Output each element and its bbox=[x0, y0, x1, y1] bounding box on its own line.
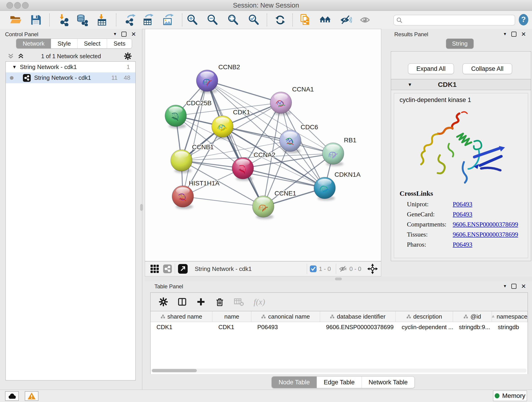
column-header-canonical-name[interactable]: canonical name bbox=[251, 311, 320, 322]
export-image-button[interactable] bbox=[161, 13, 176, 27]
tab-network[interactable]: Network bbox=[16, 39, 51, 48]
tab-style[interactable]: Style bbox=[51, 39, 77, 48]
apply-layout-button[interactable] bbox=[273, 13, 287, 27]
column-header-namespace[interactable]: namespace bbox=[492, 311, 528, 322]
crosslink-label: Tissues: bbox=[407, 231, 453, 238]
function-builder-button[interactable]: f(x) bbox=[254, 297, 265, 307]
column-header-description[interactable]: description bbox=[396, 311, 453, 322]
selected-checkbox[interactable] bbox=[310, 265, 317, 272]
table-settings-button[interactable] bbox=[159, 297, 168, 306]
grid-view-button[interactable] bbox=[150, 264, 159, 274]
network-edge[interactable] bbox=[207, 81, 263, 206]
column-header--id[interactable]: @id bbox=[453, 311, 492, 322]
network-graph[interactable]: CCNB2CCNA1CDC25BCDK1CDC6RB1CCNB1CCNA2CDK… bbox=[145, 29, 381, 261]
crosslink-row: Tissues:9606.ENSP00000378699 bbox=[407, 230, 524, 240]
string-query-button[interactable] bbox=[318, 13, 332, 27]
tab-sets[interactable]: Sets bbox=[107, 39, 132, 48]
control-panel-float-icon[interactable] bbox=[121, 32, 127, 37]
tab-string[interactable]: String bbox=[446, 38, 474, 49]
left-splitter-handle[interactable] bbox=[140, 204, 143, 211]
tab-edge-table[interactable]: Edge Table bbox=[317, 376, 362, 388]
export-network-button[interactable] bbox=[124, 13, 138, 27]
zoom-fit-button[interactable] bbox=[226, 13, 240, 27]
show-graphics-details-button[interactable] bbox=[339, 13, 353, 27]
collection-expander-icon[interactable]: ▼ bbox=[12, 64, 17, 70]
open-session-button[interactable] bbox=[8, 13, 22, 27]
results-panel-close-icon[interactable]: ✕ bbox=[521, 32, 526, 36]
crosslink-link[interactable]: P06493 bbox=[453, 211, 472, 218]
network-selection-summary: 1 of 1 Network selected bbox=[0, 53, 142, 60]
zoom-out-button[interactable] bbox=[205, 13, 220, 27]
network-node-CDK1[interactable] bbox=[212, 116, 233, 139]
table-panel-title: Table Panel bbox=[154, 283, 183, 290]
save-icon bbox=[30, 14, 42, 26]
results-panel-menu-icon[interactable]: ▼ bbox=[503, 32, 507, 36]
import-database-button[interactable] bbox=[75, 13, 89, 27]
show-columns-button[interactable] bbox=[177, 297, 187, 306]
column-header-shared-name[interactable]: shared name bbox=[151, 311, 212, 322]
search-icon bbox=[396, 17, 403, 23]
zoom-in-button[interactable] bbox=[185, 13, 199, 27]
cloud-status-button[interactable] bbox=[5, 391, 19, 401]
network-edge[interactable] bbox=[183, 196, 263, 206]
warnings-button[interactable] bbox=[25, 391, 38, 401]
control-panel-menu-icon[interactable]: ▼ bbox=[113, 32, 117, 36]
table-panel-float-icon[interactable] bbox=[511, 284, 516, 289]
network-row[interactable]: String Network - cdk1 11 48 bbox=[6, 72, 135, 83]
tab-node-table[interactable]: Node Table bbox=[272, 376, 317, 388]
tab-network-table[interactable]: Network Table bbox=[362, 376, 415, 388]
hide-graphics-details-button[interactable] bbox=[358, 13, 373, 27]
network-node-CCNB1[interactable] bbox=[171, 150, 192, 173]
protein-structure-image bbox=[403, 109, 518, 187]
hidden-toggle[interactable] bbox=[339, 265, 347, 273]
crosslink-link[interactable]: 9606.ENSP00000378699 bbox=[453, 221, 518, 228]
zoom-selected-button[interactable] bbox=[247, 13, 261, 27]
crosslink-link[interactable]: P06493 bbox=[453, 241, 472, 248]
bottom-splitter-handle[interactable] bbox=[335, 278, 342, 280]
export-table-button[interactable] bbox=[141, 13, 155, 27]
create-column-button[interactable] bbox=[196, 297, 206, 306]
table-panel-close-icon[interactable]: ✕ bbox=[521, 284, 526, 288]
import-network-button[interactable] bbox=[57, 13, 71, 27]
collapse-all-button[interactable]: Collapse All bbox=[462, 64, 512, 74]
crosslink-link[interactable]: P06493 bbox=[453, 201, 472, 208]
table-row[interactable]: CDK1CDK1P064939606.ENSP00000378699cyclin… bbox=[151, 322, 528, 332]
network-node-CCNA2[interactable] bbox=[232, 157, 254, 181]
crosslinks-list: Uniprot:P06493GeneCard:P06493Compartment… bbox=[407, 199, 524, 249]
protein-section-header[interactable]: ▼ CDK1 bbox=[391, 79, 531, 90]
save-session-button[interactable] bbox=[29, 13, 43, 27]
crosslink-row: Uniprot:P06493 bbox=[407, 199, 524, 209]
column-header-name[interactable]: name bbox=[212, 311, 251, 322]
import-table-button[interactable] bbox=[95, 13, 109, 27]
network-node-CDKN1A[interactable] bbox=[314, 177, 336, 201]
memory-button[interactable]: Memory bbox=[493, 390, 527, 401]
table-panel-menu-icon[interactable]: ▼ bbox=[503, 284, 507, 288]
navigate-button[interactable] bbox=[367, 264, 378, 274]
delete-table-button[interactable] bbox=[234, 297, 244, 306]
network-file-button[interactable] bbox=[298, 13, 312, 27]
tab-select[interactable]: Select bbox=[77, 39, 107, 48]
birdseye-view-button[interactable] bbox=[178, 264, 188, 274]
network-options-gear-icon[interactable] bbox=[124, 52, 132, 60]
network-edge[interactable] bbox=[183, 81, 207, 196]
network-edge[interactable] bbox=[207, 81, 281, 103]
network-node-HIST1H1A[interactable] bbox=[172, 186, 194, 209]
delete-column-button[interactable] bbox=[215, 297, 224, 306]
crosslink-link[interactable]: 9606.ENSP00000378699 bbox=[453, 231, 518, 238]
column-header-database-identifier[interactable]: database identifier bbox=[320, 311, 396, 322]
column-label: description bbox=[413, 313, 442, 320]
network-view-mode-button[interactable] bbox=[163, 264, 172, 274]
table-cell: P06493 bbox=[251, 322, 320, 332]
help-button[interactable]: ? bbox=[517, 13, 530, 26]
network-node-RB1[interactable] bbox=[322, 143, 344, 166]
search-input[interactable] bbox=[403, 17, 513, 24]
network-canvas[interactable]: CCNB2CCNA1CDC25BCDK1CDC6RB1CCNB1CCNA2CDK… bbox=[145, 29, 381, 261]
network-node-CDC25B[interactable] bbox=[165, 105, 186, 128]
network-node-CCNA1[interactable] bbox=[270, 92, 292, 115]
network-node-CCNE1[interactable] bbox=[253, 196, 274, 219]
control-panel-close-icon[interactable]: ✕ bbox=[131, 32, 136, 36]
network-collection-row[interactable]: ▼ String Network - cdk1 1 bbox=[6, 62, 135, 72]
expand-all-button[interactable]: Expand All bbox=[408, 64, 454, 74]
results-panel-float-icon[interactable] bbox=[511, 32, 516, 37]
hscrollbar-thumb[interactable] bbox=[152, 369, 197, 372]
